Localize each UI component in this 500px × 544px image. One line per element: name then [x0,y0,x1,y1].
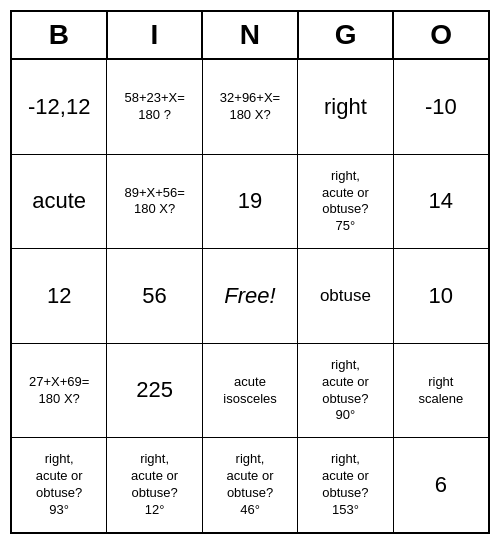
cell-r1-c3: right,acute orobtuse?75° [298,155,393,249]
header-letter: N [203,12,299,58]
cell-r0-c4: -10 [394,60,488,154]
cell-r4-c2: right,acute orobtuse?46° [203,438,298,532]
cell-r2-c2: Free! [203,249,298,343]
cell-r4-c4: 6 [394,438,488,532]
cell-r4-c3: right,acute orobtuse?153° [298,438,393,532]
bingo-grid: -12,1258+23+X=180 ?32+96+X=180 X?right-1… [12,60,488,532]
header-letter: I [108,12,204,58]
cell-r0-c1: 58+23+X=180 ? [107,60,202,154]
cell-r0-c0: -12,12 [12,60,107,154]
bingo-row: acute89+X+56=180 X?19right,acute orobtus… [12,154,488,249]
bingo-row: right,acute orobtuse?93°right,acute orob… [12,437,488,532]
cell-r0-c2: 32+96+X=180 X? [203,60,298,154]
cell-r2-c3: obtuse [298,249,393,343]
cell-r0-c3: right [298,60,393,154]
cell-r3-c1: 225 [107,344,202,438]
cell-r1-c1: 89+X+56=180 X? [107,155,202,249]
cell-r1-c4: 14 [394,155,488,249]
header-letter: B [12,12,108,58]
cell-r3-c2: acuteisosceles [203,344,298,438]
bingo-row: 27+X+69=180 X?225acuteisoscelesright,acu… [12,343,488,438]
cell-r1-c2: 19 [203,155,298,249]
bingo-row: 1256Free!obtuse10 [12,248,488,343]
cell-r2-c1: 56 [107,249,202,343]
cell-r3-c0: 27+X+69=180 X? [12,344,107,438]
cell-r3-c3: right,acute orobtuse?90° [298,344,393,438]
cell-r4-c0: right,acute orobtuse?93° [12,438,107,532]
cell-r4-c1: right,acute orobtuse?12° [107,438,202,532]
cell-r2-c4: 10 [394,249,488,343]
cell-r2-c0: 12 [12,249,107,343]
bingo-header: BINGO [12,12,488,60]
cell-r3-c4: rightscalene [394,344,488,438]
bingo-card: BINGO -12,1258+23+X=180 ?32+96+X=180 X?r… [10,10,490,534]
bingo-row: -12,1258+23+X=180 ?32+96+X=180 X?right-1… [12,60,488,154]
header-letter: G [299,12,395,58]
header-letter: O [394,12,488,58]
cell-r1-c0: acute [12,155,107,249]
